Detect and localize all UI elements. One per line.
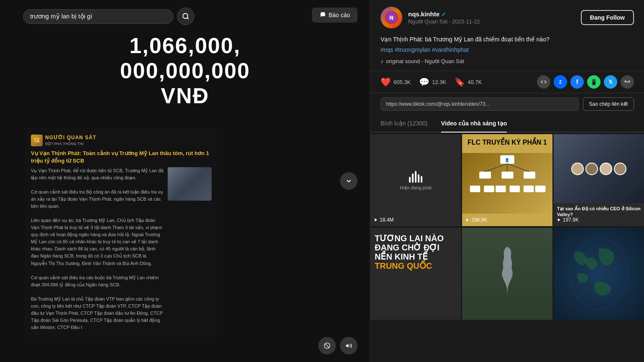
search-bar: trương mỹ lan bị tội gì (23, 8, 194, 25)
video-content: 1,066,000, 000,000,000 VNĐ NGƯỜI QUAN SÁ… (0, 0, 370, 362)
tab-comments[interactable]: Bình luận (12300) (381, 115, 428, 132)
play-count-0: 18.4M (374, 217, 394, 223)
comment-icon: 💬 (419, 77, 429, 87)
search-button[interactable] (177, 8, 194, 25)
whatsapp-share-button[interactable]: 📱 (587, 75, 601, 89)
video-card-world[interactable] (554, 228, 644, 320)
svg-rect-14 (524, 172, 535, 179)
video-amount: 1,066,000, 000,000,000 VNĐ (120, 33, 250, 108)
svg-line-6 (325, 344, 329, 347)
flc-title: FLC TRUYỀN KỲ PHẦN 1 (466, 138, 548, 146)
bookmark-icon: 🔖 (455, 77, 465, 87)
sound-info: ♪ original sound - Người Quan Sát (381, 57, 634, 66)
article-text: Vụ Vạn Thịnh Phát, để rút được tiền từ S… (31, 167, 164, 331)
action-bar: ❤️ 605.3K 💬 12.3K 🔖 40.7K Z f 📱 𝕏 (371, 71, 644, 93)
article-body: Vụ Vạn Thịnh Phát, để rút được tiền từ S… (31, 167, 212, 331)
svg-point-0 (183, 13, 188, 18)
svg-rect-22 (524, 186, 534, 192)
article-overlay: NGƯỜI QUAN SÁT ĐỘT PHÁ THÔNG TIN Vụ Vạn … (25, 128, 217, 337)
playing-bars (409, 170, 422, 183)
playing-label: Hiện đang phát (400, 185, 432, 191)
like-button[interactable]: ❤️ 605.3K (381, 77, 411, 87)
map-visual (462, 228, 552, 320)
embed-button[interactable] (537, 75, 550, 89)
bookmark-button[interactable]: 🔖 40.7K (455, 77, 482, 87)
svg-marker-25 (558, 218, 560, 222)
india-title: Tại sao Ấn Độ có nhiều CEO ở Silicon Val… (557, 206, 641, 218)
article-logo: NGƯỜI QUAN SÁT ĐỘT PHÁ THÔNG TIN (31, 134, 212, 147)
video-card-india[interactable]: Tại sao Ấn Độ có nhiều CEO ở Silicon Val… (554, 134, 644, 226)
play-count-2: 197.9K (557, 217, 579, 223)
video-card-playing[interactable]: Hiện đang phát 18.4M (371, 134, 461, 226)
flc-diagram: 👤 (462, 153, 552, 214)
svg-text:👤: 👤 (505, 158, 510, 163)
bottom-controls (318, 337, 358, 354)
verified-icon: ✓ (441, 11, 446, 18)
copy-link-button[interactable]: Sao chép liên kết (583, 97, 634, 111)
world-visual (554, 228, 644, 320)
hashtags[interactable]: #nqs #truongmylan #vanthinhphat (381, 46, 634, 54)
search-input[interactable]: trương mỹ lan bị tội gì (30, 13, 166, 20)
creator-meta: Người Quan Sát · 2023-11-22 (408, 18, 575, 25)
svg-marker-24 (466, 218, 469, 222)
video-row-2: TƯƠNG LAI NÀOĐANG CHỜ ĐỢINỀN KINH TẾTRUN… (371, 226, 644, 320)
share-icons: Z f 📱 𝕏 (537, 75, 634, 89)
logo-icon (31, 135, 43, 146)
scroll-down-button[interactable] (340, 172, 358, 190)
logo-text: NGƯỜI QUAN SÁT (45, 134, 96, 141)
url-input[interactable] (381, 97, 579, 111)
svg-marker-9 (375, 218, 377, 222)
tab-creator-videos[interactable]: Video của nhà sáng tạo (441, 115, 507, 132)
twitter-share-button[interactable]: 𝕏 (604, 75, 617, 89)
svg-line-15 (485, 164, 507, 172)
tuonglai-title: TƯƠNG LAI NÀOĐANG CHỜ ĐỢINỀN KINH TẾTRUN… (375, 234, 457, 270)
svg-rect-20 (496, 186, 506, 192)
search-input-wrap: trương mỹ lan bị tội gì (23, 9, 174, 24)
url-bar: Sao chép liên kết (371, 93, 644, 115)
svg-rect-21 (510, 186, 520, 192)
video-description: Vạn Thịnh Phát: bà Trương Mỹ Lan đã chiế… (371, 35, 644, 71)
music-note-icon: ♪ (381, 57, 383, 66)
svg-rect-19 (484, 186, 494, 192)
india-faces (554, 134, 644, 203)
video-card-flc[interactable]: FLC TRUYỀN KỲ PHẦN 1 👤 (462, 134, 552, 226)
svg-rect-1 (34, 138, 36, 140)
svg-rect-13 (502, 172, 514, 179)
heart-icon: ❤️ (381, 77, 391, 87)
more-share-button[interactable] (621, 75, 634, 89)
article-image (168, 167, 212, 201)
video-panel: trương mỹ lan bị tội gì Báo cáo 1,066,00… (0, 0, 370, 362)
article-title: Vụ Vạn Thịnh Phát: Toàn cảnh vụ Trương M… (31, 150, 212, 165)
right-panel: N nqs.kinhte ✓ Người Quan Sát · 2023-11-… (370, 0, 644, 362)
svg-rect-3 (36, 140, 39, 142)
video-card-map[interactable] (462, 228, 552, 320)
facebook-share-button[interactable]: f (570, 75, 584, 89)
sound-toggle-button[interactable] (340, 337, 358, 354)
avatar: N (381, 7, 402, 28)
video-card-tuonglai[interactable]: TƯƠNG LAI NÀOĐANG CHỜ ĐỢINỀN KINH TẾTRUN… (371, 228, 461, 320)
videos-section: Hiện đang phát 18.4M FLC TRUYỀN KỲ PHẦN … (371, 133, 644, 362)
svg-rect-4 (34, 141, 36, 142)
svg-line-17 (507, 164, 529, 172)
zalo-share-button[interactable]: Z (554, 75, 567, 89)
comment-button[interactable]: 💬 12.3K (419, 77, 446, 87)
svg-rect-2 (36, 138, 39, 139)
svg-rect-23 (535, 186, 546, 192)
caption-toggle-button[interactable] (318, 337, 336, 354)
follow-button[interactable]: Đang Follow (581, 10, 634, 25)
svg-rect-18 (470, 186, 480, 192)
play-count-1: 298.5K (465, 217, 487, 223)
video-row-1: Hiện đang phát 18.4M FLC TRUYỀN KỲ PHẦN … (371, 133, 644, 226)
creator-header: N nqs.kinhte ✓ Người Quan Sát · 2023-11-… (371, 0, 644, 35)
creator-name: nqs.kinhte ✓ (408, 10, 575, 18)
svg-rect-12 (479, 172, 491, 179)
svg-text:N: N (389, 15, 393, 21)
tabs-bar: Bình luận (12300) Video của nhà sáng tạo (371, 115, 644, 133)
creator-info: nqs.kinhte ✓ Người Quan Sát · 2023-11-22 (408, 10, 575, 25)
logo-subtitle: ĐỘT PHÁ THÔNG TIN (45, 141, 96, 147)
